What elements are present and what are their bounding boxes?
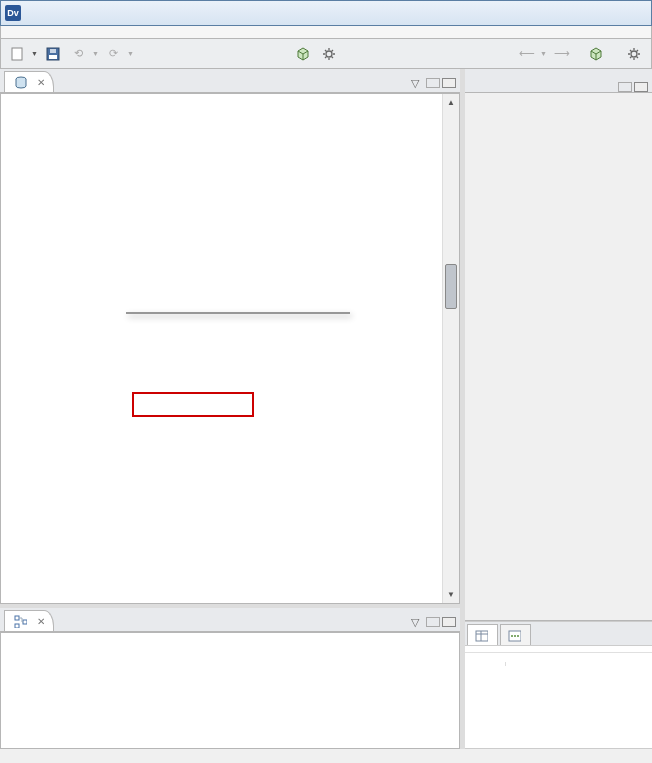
redo-icon[interactable]: ⟳ <box>103 43 125 65</box>
menu-team[interactable] <box>37 28 55 36</box>
menu-search[interactable] <box>73 28 91 36</box>
menu-help[interactable] <box>127 28 145 36</box>
undo-icon[interactable]: ⟲ <box>68 43 90 65</box>
scroll-thumb[interactable] <box>445 264 457 309</box>
svg-rect-39 <box>12 48 22 60</box>
explorer-icon <box>13 75 27 89</box>
marketplace-icon[interactable] <box>585 43 607 65</box>
context-menu <box>126 312 350 314</box>
maximize-icon[interactable] <box>442 617 456 627</box>
message-table <box>465 653 652 749</box>
view-menu-icon[interactable]: ▽ <box>406 613 424 631</box>
dropdown-icon[interactable]: ▼ <box>540 50 547 57</box>
outline-panel: ✕ ▽ <box>0 604 460 749</box>
minimize-icon[interactable] <box>426 78 440 88</box>
maximize-icon[interactable] <box>442 78 456 88</box>
menu-file[interactable] <box>1 28 19 36</box>
properties-tab[interactable] <box>467 624 498 645</box>
dropdown-icon[interactable]: ▼ <box>31 50 38 57</box>
menu-window[interactable] <box>109 28 127 36</box>
bottom-tabbar <box>465 621 652 645</box>
run-icon[interactable] <box>292 43 314 65</box>
object-explorer-tab[interactable]: ✕ <box>4 71 54 92</box>
scroll-up-icon[interactable]: ▲ <box>443 94 459 111</box>
nav-back-icon[interactable]: ⟵ <box>516 43 538 65</box>
editor-area <box>465 93 652 621</box>
menu-bar <box>0 26 652 39</box>
object-explorer-tree[interactable]: ▲ ▼ <box>0 93 460 604</box>
marketplace-link[interactable] <box>611 43 619 65</box>
close-icon[interactable]: ✕ <box>37 77 45 88</box>
dataviewer-icon <box>507 628 521 642</box>
maximize-icon[interactable] <box>634 82 648 92</box>
filter-input[interactable] <box>465 645 652 653</box>
scroll-down-icon[interactable]: ▼ <box>443 586 459 603</box>
dropdown-icon[interactable]: ▼ <box>92 50 99 57</box>
editor-tabbar <box>465 69 652 93</box>
settings-icon[interactable] <box>318 43 340 65</box>
save-button-icon[interactable] <box>42 43 64 65</box>
view-menu-icon[interactable]: ▽ <box>406 74 424 92</box>
minimize-icon[interactable] <box>618 82 632 92</box>
nav-fwd-icon[interactable]: ⟶ <box>551 43 573 65</box>
menu-edit[interactable] <box>19 28 37 36</box>
outline-tabbar: ✕ ▽ <box>0 608 460 632</box>
app-icon: Dv <box>5 5 21 21</box>
outline-body <box>0 632 460 749</box>
dropdown-icon[interactable]: ▼ <box>127 50 134 57</box>
tool-bar: ▼ ⟲▼ ⟳▼ ⟵▼ ⟶ <box>0 39 652 69</box>
column-header[interactable] <box>471 662 506 666</box>
explorer-tabbar: ✕ ▽ <box>0 69 460 93</box>
menu-run[interactable] <box>91 28 109 36</box>
config-icon[interactable] <box>623 43 645 65</box>
outline-icon <box>13 614 27 628</box>
menu-navigate[interactable] <box>55 28 73 36</box>
right-column <box>465 69 652 749</box>
outline-tab[interactable]: ✕ <box>4 610 54 631</box>
title-bar: Dv <box>0 0 652 26</box>
scrollbar[interactable]: ▲ ▼ <box>442 94 459 603</box>
left-column: ✕ ▽ ▲ ▼ ✕ <box>0 69 465 749</box>
properties-panel <box>465 621 652 749</box>
new-button-icon[interactable] <box>7 43 29 65</box>
data-viewer-tab[interactable] <box>500 624 531 645</box>
workspace: ✕ ▽ ▲ ▼ ✕ <box>0 69 652 749</box>
minimize-icon[interactable] <box>426 617 440 627</box>
properties-icon <box>474 628 488 642</box>
close-icon[interactable]: ✕ <box>37 616 45 627</box>
